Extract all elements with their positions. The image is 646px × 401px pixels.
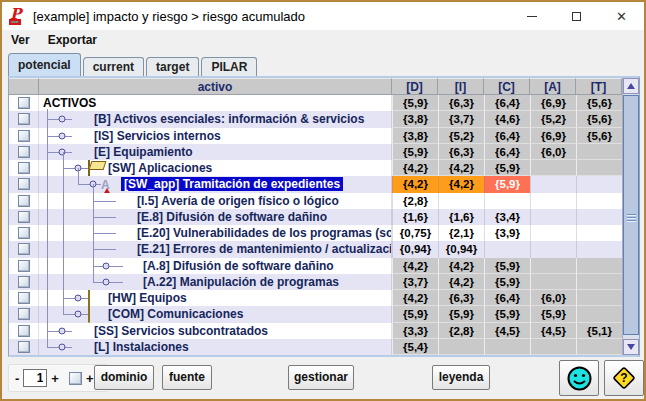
expand-handle[interactable] [75,295,82,302]
row-checkbox[interactable] [18,292,30,304]
value-cell-T[interactable] [576,160,622,176]
mood-button[interactable] [559,360,599,396]
value-cell-I[interactable]: {6,3} [438,290,484,306]
value-cell-C[interactable]: {5,9} [484,306,530,322]
expand-handle[interactable] [103,278,110,285]
value-cell-T[interactable]: {5,6} [576,128,622,144]
value-cell-T[interactable] [576,144,622,160]
value-cell-D[interactable]: {5,4} [392,339,438,355]
row-checkbox[interactable] [18,308,30,320]
value-cell-A[interactable] [530,209,576,225]
row-checkbox[interactable] [18,178,30,190]
value-cell-C[interactable]: {6,4} [484,144,530,160]
leyenda-button[interactable]: leyenda [432,365,490,390]
value-cell-I[interactable]: {2,8} [438,323,484,339]
table-row[interactable]: [L] Instalaciones{5,4} [9,339,622,355]
table-row[interactable]: ![A.8] Difusión de software dañino{4,2}{… [9,258,622,274]
column-header-T[interactable]: [T] [576,78,622,95]
collapse-handle[interactable] [59,148,66,155]
value-cell-D[interactable]: {5,9} [392,306,438,322]
value-cell-D[interactable]: {1,6} [392,209,438,225]
expand-handle[interactable] [59,116,66,123]
menu-ver[interactable]: Ver [2,33,39,47]
expand-handle[interactable] [59,132,66,139]
value-cell-C[interactable]: {6,4} [484,95,530,111]
value-cell-C[interactable]: {4,5} [484,323,530,339]
column-header-A[interactable]: [A] [530,78,576,95]
value-cell-D[interactable]: {0,75} [392,225,438,241]
row-label[interactable]: [L] Instalaciones [94,340,189,354]
value-cell-A[interactable]: {5,2} [530,111,576,127]
value-cell-D[interactable]: {4,2} [392,290,438,306]
maximize-button[interactable] [554,2,599,30]
value-cell-C[interactable]: {5,9} [484,258,530,274]
row-checkbox[interactable] [18,97,30,109]
row-label[interactable]: [SW] Aplicaciones [108,161,212,175]
row-label[interactable]: [COM] Comunicaciones [108,307,243,321]
value-cell-D[interactable]: {3,8} [392,111,438,127]
column-header-C[interactable]: [C] [484,78,530,95]
value-cell-A[interactable]: {6,9} [530,128,576,144]
row-checkbox[interactable] [18,243,30,255]
row-checkbox[interactable] [18,260,30,272]
row-label[interactable]: [A.8] Difusión de software dañino [143,259,334,273]
value-cell-A[interactable] [530,160,576,176]
value-cell-A[interactable] [530,274,576,290]
value-cell-I[interactable]: {3,7} [438,111,484,127]
row-checkbox[interactable] [18,276,30,288]
value-cell-T[interactable] [576,225,622,241]
column-header-I[interactable]: [I] [438,78,484,95]
value-cell-I[interactable]: {5,2} [438,128,484,144]
value-cell-T[interactable]: {5,1} [576,323,622,339]
value-cell-A[interactable]: {6,9} [530,95,576,111]
row-checkbox[interactable] [18,113,30,125]
value-cell-I[interactable]: {6,3} [438,95,484,111]
table-row[interactable]: [IS] Servicios internos{3,8}{5,2}{6,4}{6… [9,128,622,144]
value-cell-I[interactable]: {1,6} [438,209,484,225]
value-cell-I[interactable] [438,193,484,209]
value-cell-T[interactable]: {5,6} [576,111,622,127]
table-row[interactable]: [HW] Equipos{4,2}{6,3}{6,4}{6,0} [9,290,622,306]
expand-handle[interactable] [75,311,82,318]
value-cell-C[interactable] [484,339,530,355]
expand-handle[interactable] [59,343,66,350]
value-cell-C[interactable] [484,241,530,257]
table-row[interactable]: A[SW_app] Tramitación de expedientes{4,2… [9,176,622,192]
value-cell-A[interactable]: {5,9} [530,306,576,322]
row-checkbox[interactable] [18,227,30,239]
plus-one-checkbox[interactable] [69,372,82,385]
value-cell-D[interactable]: {5,9} [392,144,438,160]
vertical-scrollbar[interactable] [622,78,639,355]
row-label[interactable]: [HW] Equipos [108,291,187,305]
table-row[interactable]: [COM] Comunicaciones{5,9}{5,9}{5,9}{5,9} [9,306,622,322]
value-cell-A[interactable] [530,225,576,241]
value-cell-I[interactable]: {4,2} [438,160,484,176]
row-checkbox[interactable] [18,195,30,207]
row-label[interactable]: [I.5] Avería de origen físico o lógico [137,194,339,208]
value-cell-D[interactable]: {4,2} [392,258,438,274]
value-cell-C[interactable]: {3,9} [484,225,530,241]
dominio-button[interactable]: dominio [94,365,154,390]
value-cell-I[interactable]: {4,2} [438,274,484,290]
table-row[interactable]: ![E.21] Errores de mantenimiento / actua… [9,241,622,257]
column-header-activo[interactable]: activo [39,78,392,95]
table-row[interactable]: [SW] Aplicaciones{4,2}{4,2}{5,9} [9,160,622,176]
value-cell-T[interactable] [576,241,622,257]
table-row[interactable]: ACTIVOS{5,9}{6,3}{6,4}{6,9}{5,6} [9,95,622,111]
value-cell-T[interactable] [576,209,622,225]
gestionar-button[interactable]: gestionar [288,365,354,390]
value-cell-A[interactable] [530,193,576,209]
value-cell-I[interactable]: {0,94} [438,241,484,257]
value-cell-I[interactable] [438,339,484,355]
value-cell-C[interactable]: {6,4} [484,128,530,144]
expand-handle[interactable] [59,327,66,334]
row-label[interactable]: [E.21] Errores de mantenimiento / actual… [137,242,392,256]
value-cell-C[interactable]: {5,9} [484,274,530,290]
table-row[interactable]: ![E.8] Difusión de software dañino{1,6}{… [9,209,622,225]
value-cell-T[interactable] [576,176,622,192]
row-checkbox[interactable] [18,162,30,174]
expand-handle[interactable] [103,262,110,269]
value-cell-D[interactable]: {4,2} [392,176,438,192]
value-cell-D[interactable]: {5,9} [392,95,438,111]
menu-exportar[interactable]: Exportar [39,33,106,47]
